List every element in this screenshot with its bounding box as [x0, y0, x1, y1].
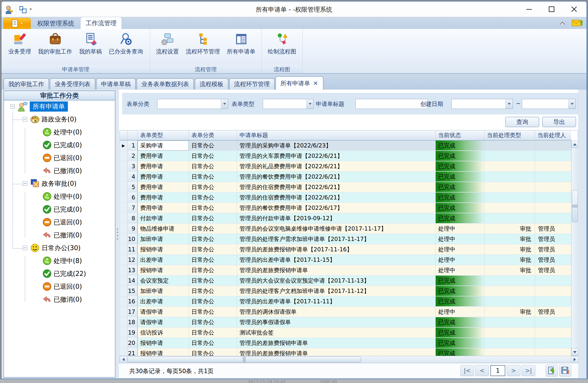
tree-node-status[interactable]: 已撤消(0)	[4, 293, 115, 306]
next-page-button[interactable]: >	[507, 365, 520, 376]
table-row[interactable]: 16 出差申请 日常办公 管理员的出差申请单【2017-11-11】 已完成	[120, 296, 571, 307]
export-button[interactable]: 导出	[542, 117, 576, 127]
tree-node-status[interactable]: 已完成(0)	[4, 203, 115, 216]
ribbon-button-my-drafts[interactable]: 我的草稿	[76, 30, 106, 65]
table-row[interactable]: 10 加班申请 日常办公 管理员的处理客户需求加班申请单【2017-11-17】…	[120, 234, 571, 244]
tree-node-group[interactable]: − 路政业务(0)	[4, 113, 115, 126]
collapse-ribbon-icon[interactable]	[559, 20, 566, 26]
horizontal-scrollbar[interactable]	[120, 356, 578, 363]
chevron-down-icon[interactable]	[221, 99, 228, 109]
scroll-right-icon[interactable]	[571, 356, 578, 363]
table-row[interactable]: 14 会议室预定 日常办公 管理员的大会议室会议室预定申请【2017-11-13…	[120, 276, 571, 286]
ribbon-group-label: 流程管理	[150, 66, 261, 73]
refresh-export-button[interactable]	[546, 365, 558, 377]
last-page-button[interactable]: >|	[522, 365, 535, 376]
mail-icon[interactable]	[572, 19, 583, 27]
request-title-input[interactable]	[355, 99, 428, 109]
table-row[interactable]: 6 费用申请 日常办公 管理员的住宿费费用申请【2022/6/21】 已完成	[120, 192, 571, 203]
scroll-left-icon[interactable]	[120, 356, 127, 363]
collapse-toggle[interactable]: −	[23, 117, 27, 121]
query-button[interactable]: 查询	[505, 117, 539, 127]
date-from-select[interactable]	[452, 99, 513, 109]
table-row[interactable]: 12 出差申请 日常办公 管理员的出差申请单【2017-11-15】 处理中 审…	[120, 255, 571, 265]
tree-node-status[interactable]: 已撤消(0)	[4, 164, 115, 177]
ribbon-button-accept-business[interactable]: 业务受理	[5, 30, 35, 65]
table-row[interactable]: 13 报销申请 日常办公 管理员的差旅费报销申请单 处理中 审批 管理员	[120, 265, 571, 276]
maximize-button[interactable]	[546, 4, 558, 14]
ribbon-tab-permission[interactable]: 权限管理系统	[31, 18, 80, 29]
tree-node-status[interactable]: 处理中(0)	[4, 126, 115, 139]
doc-tab-process-nodes[interactable]: 流程环节管理	[229, 78, 275, 90]
table-row[interactable]: 4 费用申请 日常办公 管理员的餐饮费费用申请【2022/6/21】 已完成	[120, 172, 571, 182]
tree-node-status[interactable]: 已退回(0)	[4, 216, 115, 229]
prev-page-button[interactable]: <	[475, 365, 489, 376]
table-row[interactable]: 5 费用申请 日常办公 管理员的住宿费费用申请【2022/6/21】 已完成	[120, 182, 571, 192]
ribbon-button-all-requests[interactable]: 所有申请单	[223, 30, 259, 65]
collapse-toggle[interactable]: −	[23, 181, 27, 186]
chevron-down-icon[interactable]	[568, 99, 575, 109]
date-to-select[interactable]	[522, 99, 576, 109]
collapse-toggle[interactable]: −	[10, 104, 15, 109]
form-category-select[interactable]	[157, 99, 228, 109]
table-row[interactable]: 21 报销申请 日常办公 管理员的差旅费报销申请单 已完成	[120, 348, 571, 356]
doc-tab-accept-list[interactable]: 业务受理列表	[50, 78, 95, 90]
doc-tab-drafts[interactable]: 申请单草稿	[96, 78, 136, 90]
tree-node-group[interactable]: − 日常办公(30)	[4, 241, 115, 254]
column-header-title[interactable]: 申请单标题	[237, 130, 436, 141]
table-row[interactable]: 15 加班申请 日常办公 管理员的处理客户文档加班申请单【2017-11-12】…	[120, 286, 571, 296]
table-row[interactable]: 19 信访投诉 日常办公 测试审批会签 已完成	[120, 328, 571, 338]
close-button[interactable]	[568, 4, 580, 14]
doc-tab-my-approvals[interactable]: 我的审批工作	[3, 78, 49, 90]
table-row[interactable]: 7 费用申请 日常办公 管理员的餐饮费费用申请【2022/6/17】 已完成	[120, 203, 571, 213]
tree-node-root[interactable]: − 所有申请单	[4, 100, 115, 113]
table-row[interactable]: 3 费用申请 日常办公 管理员的礼品费费用申请【2022/6/21】 已完成	[120, 161, 571, 172]
tree-node-status[interactable]: 已退回(0)	[4, 280, 115, 293]
page-number-input[interactable]: 1	[490, 365, 505, 376]
column-header-form-category[interactable]: 表单分类	[189, 130, 237, 141]
table-row[interactable]: 17 请假申请 日常办公 管理员的调休假请假单 处理中 审批 管理员	[120, 307, 571, 317]
tree-node-status[interactable]: 已完成(22)	[4, 267, 115, 280]
ribbon-button-my-approvals[interactable]: 我的审批工作	[35, 30, 76, 65]
tree-node-status[interactable]: 处理中(8)	[4, 254, 115, 267]
ribbon-button-process-nodes[interactable]: 流程环节管理	[182, 30, 223, 65]
table-row[interactable]: 9 物品维修申请 日常办公 管理员的会议室电脑桌维修申请维修申请【2017-11…	[120, 224, 571, 234]
tree-node-status[interactable]: 处理中(0)	[4, 190, 115, 203]
first-page-button[interactable]: |<	[460, 365, 474, 376]
table-row[interactable]: 18 请假申请 日常办公 管理员的事假请假单 已完成	[120, 317, 571, 328]
table-row[interactable]: 2 费用申请 日常办公 管理员的火车票费用申请【2022/6/21】 已完成	[120, 151, 571, 161]
vertical-scroll-thumb[interactable]	[572, 190, 578, 222]
column-header-status[interactable]: 当前状态	[436, 130, 484, 141]
app-menu-button[interactable]	[3, 18, 31, 29]
ribbon-button-process-settings[interactable]: 流程设置	[153, 30, 182, 65]
table-row[interactable]: 20 报销申请 日常办公 管理员的差旅费报销申请单 已完成	[120, 338, 571, 348]
close-tab-icon[interactable]: ✕	[313, 80, 319, 87]
doc-tab-all-requests[interactable]: 所有申请单 ✕	[275, 76, 323, 90]
table-row[interactable]: 11 报销申请 日常办公 管理员的差旅费报销申请单【2017-11-16】 处理…	[120, 244, 571, 255]
table-row[interactable]: 8 付款申请 日常办公 管理员的付款申请单【2019-09-12】 已完成	[120, 213, 571, 224]
ribbon-tab-workflow[interactable]: 工作流管理	[80, 17, 122, 29]
horizontal-scroll-thumb[interactable]	[128, 357, 361, 362]
doc-tab-form-data-list[interactable]: 业务表单数据列表	[136, 78, 194, 90]
column-header-handle-type[interactable]: 当前处理类型	[484, 130, 535, 141]
tree-node-status[interactable]: 已完成(0)	[4, 139, 115, 151]
minimize-button[interactable]	[523, 4, 535, 14]
table-row[interactable]: ▶ 1 采购申请 日常办公 管理员的采购申请单【2022/6/23】 已完成	[120, 141, 571, 151]
collapse-toggle[interactable]: −	[23, 246, 27, 250]
ribbon-button-draw-flowchart[interactable]: 绘制流程图	[264, 30, 300, 65]
column-header-handler[interactable]: 当前处理人	[535, 130, 571, 141]
chevron-down-icon[interactable]	[506, 99, 512, 109]
tree-node-group[interactable]: − 政务审批(0)	[4, 177, 115, 190]
vertical-scrollbar[interactable]	[571, 141, 578, 356]
save-button[interactable]	[559, 365, 571, 377]
form-type-select[interactable]	[263, 99, 314, 109]
chevron-down-icon[interactable]	[306, 99, 313, 109]
doc-tab-process-template[interactable]: 流程模板	[195, 78, 228, 90]
scroll-down-icon[interactable]	[571, 348, 578, 356]
tree-node-status[interactable]: 已退回(0)	[4, 151, 115, 164]
ribbon-button-done-query[interactable]: 已办业务查询	[106, 30, 147, 65]
scroll-up-icon[interactable]	[571, 141, 578, 148]
splitter-handle[interactable]	[116, 229, 118, 240]
tree-node-status[interactable]: 已撤消(0)	[4, 229, 115, 241]
record-summary: 共30条记录，每页50条，共1页	[129, 367, 214, 375]
column-header-form-type[interactable]: 表单类型	[138, 130, 189, 141]
